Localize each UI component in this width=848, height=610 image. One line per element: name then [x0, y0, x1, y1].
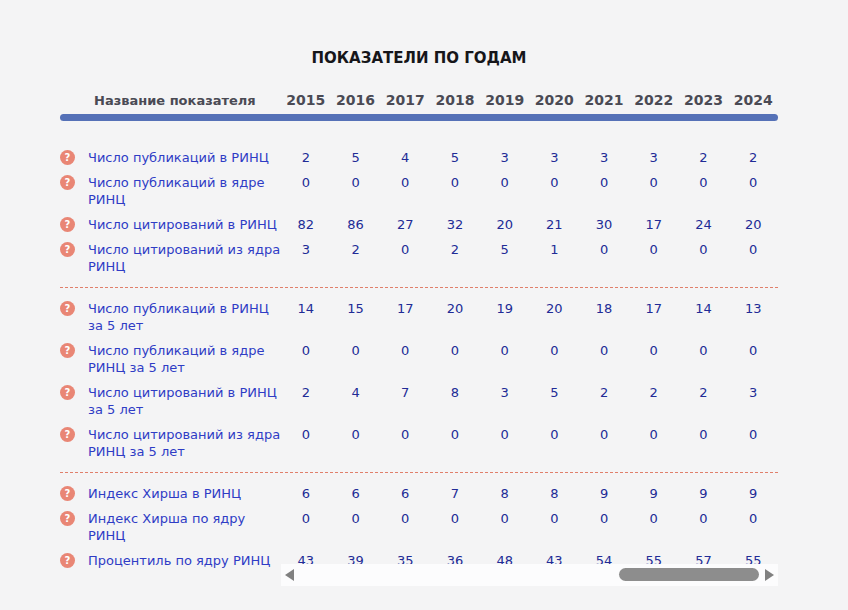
help-icon[interactable]: ?: [60, 242, 75, 257]
value-cell: 24: [679, 216, 729, 233]
scrollbar-right-arrow-icon[interactable]: [765, 569, 774, 581]
help-icon[interactable]: ?: [60, 427, 75, 442]
value-cell: 5: [480, 241, 530, 258]
value-cell: 0: [380, 510, 430, 527]
value-cell: 0: [281, 510, 331, 527]
value-cell: 0: [579, 342, 629, 359]
help-icon[interactable]: ?: [60, 217, 75, 232]
year-column-header: 2017: [380, 92, 430, 108]
value-cell: 0: [579, 510, 629, 527]
row-label: Индекс Хирша по ядру РИНЦ: [88, 510, 281, 544]
year-column-header: 2022: [629, 92, 679, 108]
row-label-cell: ?Число цитирований в РИНЦ за 5 лет: [60, 384, 281, 418]
value-cell: 0: [629, 426, 679, 443]
value-cell: 6: [380, 485, 430, 502]
value-cell: 3: [281, 241, 331, 258]
row-label-cell: ?Индекс Хирша в РИНЦ: [60, 485, 281, 502]
value-cell: 15: [331, 300, 381, 317]
help-icon[interactable]: ?: [60, 511, 75, 526]
row-label-cell: ?Число публикаций в РИНЦ: [60, 149, 281, 166]
value-cell: 0: [281, 174, 331, 191]
value-cell: 1: [530, 241, 580, 258]
value-cell: 0: [331, 342, 381, 359]
page-title: ПОКАЗАТЕЛИ ПО ГОДАМ: [60, 49, 778, 67]
value-cell: 0: [380, 342, 430, 359]
table-row: ?Число цитирований из ядра РИНЦ за 5 лет…: [60, 422, 778, 464]
table-row: ?Число цитирований в РИНЦ828627322021301…: [60, 212, 778, 237]
value-cell: 14: [281, 300, 331, 317]
value-cell: 0: [530, 342, 580, 359]
value-cell: 17: [380, 300, 430, 317]
row-label: Число цитирований в РИНЦ за 5 лет: [88, 384, 277, 418]
value-cell: 5: [530, 384, 580, 401]
year-column-header: 2023: [679, 92, 729, 108]
page: ПОКАЗАТЕЛИ ПО ГОДАМ Название показателя …: [0, 0, 848, 610]
scrollbar-left-arrow-icon[interactable]: [285, 569, 294, 581]
help-icon[interactable]: ?: [60, 385, 75, 400]
table-row: ?Число публикаций в РИНЦ2545333322: [60, 145, 778, 170]
scrollbar-track[interactable]: [294, 564, 765, 586]
value-cell: 0: [728, 342, 778, 359]
value-cell: 3: [629, 149, 679, 166]
value-cell: 17: [629, 216, 679, 233]
table-row: ?Число публикаций в ядре РИНЦ0000000000: [60, 170, 778, 212]
value-cell: 9: [728, 485, 778, 502]
year-column-header: 2021: [579, 92, 629, 108]
year-column-header: 2015: [281, 92, 331, 108]
value-cell: 17: [629, 300, 679, 317]
row-label-cell: ?Число публикаций в ядре РИНЦ: [60, 174, 281, 208]
value-cell: 2: [679, 149, 729, 166]
value-cell: 0: [331, 426, 381, 443]
row-label: Процентиль по ядру РИНЦ: [88, 552, 270, 569]
table-row: ?Число публикаций в РИНЦ за 5 лет1415172…: [60, 296, 778, 338]
value-cell: 0: [679, 342, 729, 359]
value-cell: 20: [480, 216, 530, 233]
value-cell: 8: [430, 384, 480, 401]
value-cell: 14: [679, 300, 729, 317]
section-separator: [60, 287, 778, 288]
help-icon[interactable]: ?: [60, 150, 75, 165]
column-header-name: Название показателя: [60, 93, 281, 108]
year-column-header: 2024: [728, 92, 778, 108]
value-cell: 0: [579, 426, 629, 443]
value-cell: 20: [430, 300, 480, 317]
value-cell: 0: [530, 174, 580, 191]
value-cell: 4: [331, 384, 381, 401]
help-icon[interactable]: ?: [60, 553, 75, 568]
value-cell: 0: [430, 426, 480, 443]
value-cell: 18: [579, 300, 629, 317]
help-icon[interactable]: ?: [60, 343, 75, 358]
value-cell: 30: [579, 216, 629, 233]
value-cell: 9: [679, 485, 729, 502]
value-cell: 7: [380, 384, 430, 401]
horizontal-scrollbar[interactable]: [281, 564, 778, 586]
value-cell: 0: [380, 241, 430, 258]
value-cell: 0: [380, 174, 430, 191]
value-cell: 5: [331, 149, 381, 166]
value-cell: 0: [679, 510, 729, 527]
value-cell: 0: [728, 510, 778, 527]
value-cell: 20: [728, 216, 778, 233]
help-icon[interactable]: ?: [60, 301, 75, 316]
value-cell: 2: [281, 149, 331, 166]
value-cell: 9: [629, 485, 679, 502]
value-cell: 27: [380, 216, 430, 233]
value-cell: 2: [281, 384, 331, 401]
row-label-cell: ?Индекс Хирша по ядру РИНЦ: [60, 510, 281, 544]
section-separator: [60, 472, 778, 473]
value-cell: 0: [728, 174, 778, 191]
year-column-header: 2018: [430, 92, 480, 108]
help-icon[interactable]: ?: [60, 486, 75, 501]
value-cell: 0: [480, 342, 530, 359]
value-cell: 21: [530, 216, 580, 233]
table-header-row: Название показателя 20152016201720182019…: [60, 92, 778, 108]
table-body: ?Число публикаций в РИНЦ2545333322?Число…: [60, 145, 778, 573]
value-cell: 3: [480, 384, 530, 401]
table-row: ?Число публикаций в ядре РИНЦ за 5 лет00…: [60, 338, 778, 380]
help-icon[interactable]: ?: [60, 175, 75, 190]
value-cell: 7: [430, 485, 480, 502]
scrollbar-thumb[interactable]: [619, 568, 759, 581]
value-cell: 0: [480, 426, 530, 443]
table-row: ?Индекс Хирша в РИНЦ6667889999: [60, 481, 778, 506]
value-cell: 0: [629, 174, 679, 191]
